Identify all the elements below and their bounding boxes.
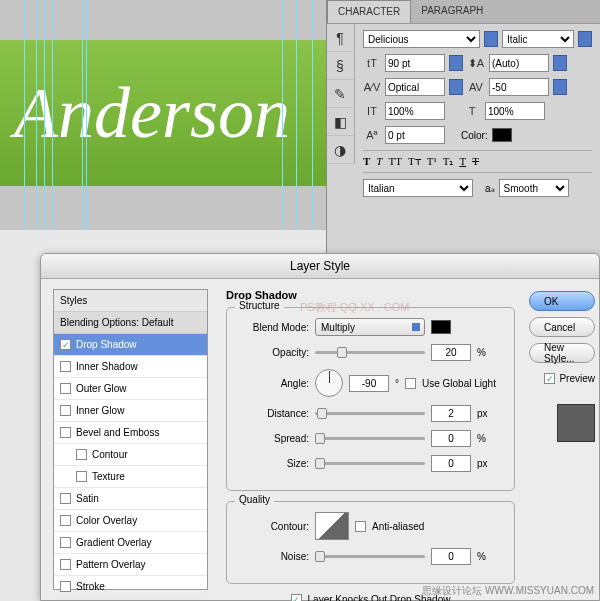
style-item-stroke[interactable]: Stroke [54, 576, 207, 598]
kerning-input[interactable] [385, 78, 445, 96]
ruler-guide[interactable] [52, 0, 53, 230]
spread-input[interactable] [431, 430, 471, 447]
style-item-bevel[interactable]: Bevel and Emboss [54, 422, 207, 444]
angle-dial[interactable] [315, 369, 343, 397]
opacity-input[interactable] [431, 344, 471, 361]
style-label: Contour [92, 449, 128, 460]
dropdown-arrow-icon[interactable] [484, 31, 498, 47]
size-input[interactable] [431, 455, 471, 472]
style-item-texture[interactable]: Texture [54, 466, 207, 488]
use-global-light-checkbox[interactable] [405, 378, 416, 389]
dropdown-arrow-icon[interactable] [553, 55, 567, 71]
panel-icon-note[interactable]: ◑ [327, 136, 353, 164]
font-family-select[interactable]: Delicious [363, 30, 480, 48]
ruler-guide[interactable] [312, 0, 313, 230]
ruler-guide[interactable] [296, 0, 297, 230]
leading-input[interactable] [489, 54, 549, 72]
spread-slider[interactable] [315, 437, 425, 440]
noise-input[interactable] [431, 548, 471, 565]
style-checkbox-inner_glow[interactable] [60, 405, 71, 416]
style-item-inner_shadow[interactable]: Inner Shadow [54, 356, 207, 378]
blend-mode-select[interactable]: Multiply [315, 318, 425, 336]
superscript-button[interactable]: T¹ [427, 155, 437, 168]
style-item-satin[interactable]: Satin [54, 488, 207, 510]
contour-picker[interactable] [315, 512, 349, 540]
dropdown-arrow-icon[interactable] [449, 55, 463, 71]
styles-header[interactable]: Styles [54, 290, 207, 312]
style-item-pattern_overlay[interactable]: Pattern Overlay [54, 554, 207, 576]
style-label: Stroke [76, 581, 105, 592]
style-item-contour[interactable]: Contour [54, 444, 207, 466]
strikethrough-button[interactable]: T [472, 155, 479, 168]
tracking-input[interactable] [489, 78, 549, 96]
dropdown-arrow-icon[interactable] [553, 79, 567, 95]
distance-slider[interactable] [315, 412, 425, 415]
shadow-color-swatch[interactable] [431, 320, 451, 334]
new-style-button[interactable]: New Style... [529, 343, 595, 363]
underline-button[interactable]: T [459, 155, 466, 168]
panel-icon-brushes[interactable]: § [327, 52, 353, 80]
style-item-inner_glow[interactable]: Inner Glow [54, 400, 207, 422]
preview-checkbox[interactable] [544, 373, 555, 384]
panel-icon-measure[interactable]: ◧ [327, 108, 353, 136]
style-checkbox-color_overlay[interactable] [60, 515, 71, 526]
faux-italic-button[interactable]: T [376, 155, 382, 168]
panel-icon-wand[interactable]: ✎ [327, 80, 353, 108]
ruler-guide[interactable] [36, 0, 37, 230]
ruler-guide[interactable] [44, 0, 45, 230]
layer-knocks-out-checkbox[interactable] [291, 594, 302, 601]
anti-aliased-checkbox[interactable] [355, 521, 366, 532]
allcaps-button[interactable]: TT [388, 155, 401, 168]
style-checkbox-drop_shadow[interactable] [60, 339, 71, 350]
blending-options-default[interactable]: Blending Options: Default [54, 312, 207, 334]
style-checkbox-outer_glow[interactable] [60, 383, 71, 394]
watermark-footer: 思缘设计论坛 WWW.MISSYUAN.COM [422, 584, 594, 598]
cancel-button[interactable]: Cancel [529, 317, 595, 337]
smallcaps-button[interactable]: Tᴛ [408, 155, 421, 168]
noise-slider[interactable] [315, 555, 425, 558]
style-checkbox-gradient_overlay[interactable] [60, 537, 71, 548]
style-item-color_overlay[interactable]: Color Overlay [54, 510, 207, 532]
noise-label: Noise: [239, 551, 309, 562]
ok-button[interactable]: OK [529, 291, 595, 311]
tab-character[interactable]: CHARACTER [327, 0, 411, 23]
style-checkbox-contour[interactable] [76, 449, 87, 460]
faux-bold-button[interactable]: T [363, 155, 370, 168]
vscale-input[interactable] [385, 102, 445, 120]
opacity-slider[interactable] [315, 351, 425, 354]
style-checkbox-texture[interactable] [76, 471, 87, 482]
tab-paragraph[interactable]: PARAGRAPH [411, 0, 493, 23]
dropdown-arrow-icon[interactable] [578, 31, 592, 47]
subscript-button[interactable]: T₁ [443, 155, 454, 168]
font-style-select[interactable]: Italic [502, 30, 574, 48]
distance-input[interactable] [431, 405, 471, 422]
ruler-guide[interactable] [82, 0, 83, 230]
language-select[interactable]: Italian [363, 179, 473, 197]
baseline-input[interactable] [385, 126, 445, 144]
style-label: Texture [92, 471, 125, 482]
style-checkbox-bevel[interactable] [60, 427, 71, 438]
style-item-outer_glow[interactable]: Outer Glow [54, 378, 207, 400]
style-item-drop_shadow[interactable]: Drop Shadow [54, 334, 207, 356]
character-panel: CHARACTER PARAGRAPH ¶ § ✎ ◧ ◑ Delicious … [326, 0, 600, 270]
angle-input[interactable] [349, 375, 389, 392]
ruler-guide[interactable] [24, 0, 25, 230]
size-slider[interactable] [315, 462, 425, 465]
panel-icon-paragraph[interactable]: ¶ [327, 24, 353, 52]
vscale-icon: IT [363, 102, 381, 120]
hscale-input[interactable] [485, 102, 545, 120]
ruler-guide[interactable] [282, 0, 283, 230]
antialias-select[interactable]: Smooth [499, 179, 569, 197]
style-label: Outer Glow [76, 383, 127, 394]
text-color-swatch[interactable] [492, 128, 512, 142]
ruler-guide[interactable] [86, 0, 87, 230]
style-checkbox-pattern_overlay[interactable] [60, 559, 71, 570]
color-label: Color: [461, 130, 488, 141]
style-label: Bevel and Emboss [76, 427, 159, 438]
dropdown-arrow-icon[interactable] [449, 79, 463, 95]
style-checkbox-stroke[interactable] [60, 581, 71, 592]
font-size-input[interactable] [385, 54, 445, 72]
style-checkbox-inner_shadow[interactable] [60, 361, 71, 372]
style-item-gradient_overlay[interactable]: Gradient Overlay [54, 532, 207, 554]
style-checkbox-satin[interactable] [60, 493, 71, 504]
